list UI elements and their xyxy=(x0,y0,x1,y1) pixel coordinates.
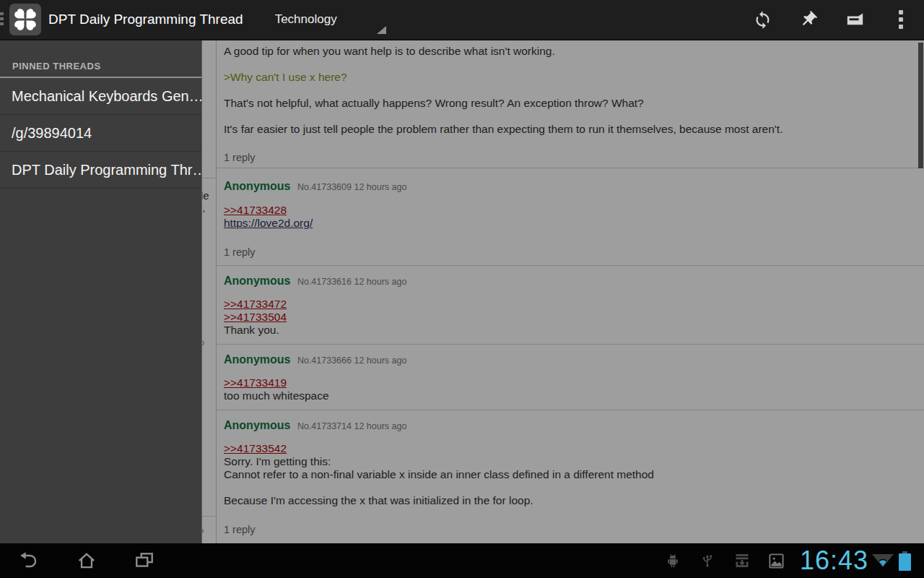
drawer-header: PINNED THREADS xyxy=(0,40,201,77)
drawer-divider xyxy=(0,188,201,189)
refresh-icon xyxy=(753,10,772,30)
screenshot-image-icon xyxy=(759,543,794,578)
back-button[interactable] xyxy=(12,543,46,578)
pin-icon xyxy=(799,10,818,29)
usb-debugging-icon xyxy=(655,543,690,578)
recents-icon xyxy=(134,550,155,571)
pin-button[interactable] xyxy=(785,0,832,40)
download-complete-icon xyxy=(725,543,759,578)
pinned-thread-item-g-39894014[interactable]: /g/39894014 xyxy=(0,115,201,151)
page-title: DPT Daily Programming Thread xyxy=(48,12,243,27)
back-icon xyxy=(18,550,40,571)
pinned-thread-item-mechanical-keyboards[interactable]: Mechanical Keyboards Gen… xyxy=(0,78,201,114)
home-button[interactable] xyxy=(69,543,104,578)
reply-icon xyxy=(845,11,865,28)
clock: 16:43 xyxy=(800,543,868,578)
battery-icon xyxy=(899,551,911,571)
usb-connected-icon xyxy=(690,543,725,578)
overflow-menu-button[interactable] xyxy=(878,0,924,40)
hamburger-menu-icon[interactable] xyxy=(0,12,4,27)
action-bar: DPT Daily Programming Thread Technology xyxy=(0,0,924,40)
content-area: le ' o o A good tip for when you want he… xyxy=(0,40,924,543)
recents-button[interactable] xyxy=(127,543,162,578)
home-icon xyxy=(76,550,97,571)
overflow-menu-icon xyxy=(899,7,903,32)
navigation-drawer: PINNED THREADS Mechanical Keyboards Gen…… xyxy=(0,40,202,543)
refresh-button[interactable] xyxy=(739,0,785,40)
clover-app-icon[interactable] xyxy=(9,4,41,35)
status-area: 16:43 xyxy=(655,543,924,578)
board-spinner[interactable]: Technology xyxy=(265,0,389,40)
system-nav-bar: 16:43 xyxy=(0,543,924,578)
board-spinner-label: Technology xyxy=(275,12,337,27)
wifi-icon xyxy=(870,543,896,578)
pinned-thread-item-dpt[interactable]: DPT Daily Programming Thr… xyxy=(0,152,201,188)
actionbar-actions xyxy=(739,0,924,40)
reply-button[interactable] xyxy=(832,0,878,40)
spinner-caret-icon xyxy=(377,26,386,34)
clover-glyph xyxy=(12,6,39,33)
app-screen: DPT Daily Programming Thread Technology xyxy=(0,0,924,578)
